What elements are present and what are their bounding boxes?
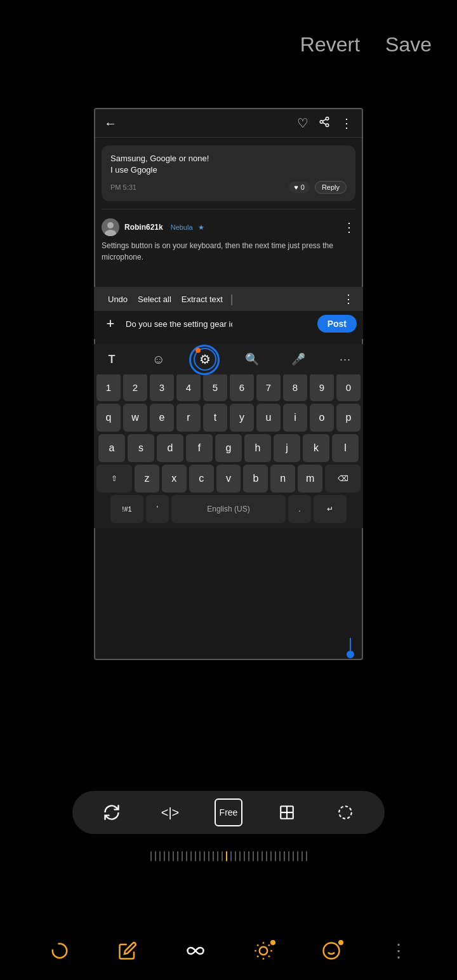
timeline-tick (275, 851, 276, 861)
key-c[interactable]: c (189, 465, 214, 493)
keyboard-more-button[interactable]: ··· (334, 348, 357, 371)
key-v[interactable]: v (216, 465, 241, 493)
timeline-tick (168, 851, 169, 861)
key-q[interactable]: q (96, 404, 121, 432)
app-header: ← ♡ ⋮ (95, 109, 362, 138)
undo-button[interactable]: Undo (103, 293, 133, 305)
key-7[interactable]: 7 (256, 373, 281, 401)
key-p[interactable]: p (336, 404, 361, 432)
keyboard-search-button[interactable]: 🔍 (241, 348, 263, 371)
smiley-nav-button[interactable] (322, 941, 341, 960)
key-b[interactable]: b (243, 465, 268, 493)
key-o[interactable]: o (310, 404, 334, 432)
timeline-tick (244, 851, 245, 861)
key-r[interactable]: r (176, 404, 201, 432)
key-w[interactable]: w (123, 404, 147, 432)
post-button[interactable]: Post (317, 315, 357, 333)
key-g[interactable]: g (215, 434, 242, 462)
revert-button[interactable]: Revert (300, 33, 360, 56)
key-j[interactable]: j (274, 434, 300, 462)
enter-key[interactable]: ↵ (314, 495, 347, 523)
infinity-nav-button[interactable] (186, 941, 205, 960)
split-button[interactable]: <|> (156, 798, 184, 826)
cursor-drop-indicator (347, 638, 354, 658)
key-5[interactable]: 5 (203, 373, 227, 401)
message-text: Samsung, Google or none! I use Ggogle (110, 153, 347, 176)
format-text-button[interactable]: T (100, 348, 123, 371)
timeline-tick (204, 851, 205, 861)
key-e[interactable]: e (150, 404, 174, 432)
keyboard-toolbar: T ☺ ⚙ 🔍 🎤 ··· (94, 344, 363, 374)
emoji-button[interactable]: ☺ (147, 348, 170, 371)
timeline-tick (182, 851, 183, 861)
key-1[interactable]: 1 (96, 373, 121, 401)
key-y[interactable]: y (230, 404, 254, 432)
like-button[interactable]: ♥ 0 (289, 182, 310, 193)
svg-point-2 (326, 124, 329, 127)
key-d[interactable]: d (157, 434, 183, 462)
share-button[interactable] (319, 116, 330, 131)
edit-nav-button[interactable] (118, 941, 137, 960)
free-button[interactable]: Free (215, 798, 242, 826)
select-all-button[interactable]: Select all (133, 293, 176, 305)
key-s[interactable]: s (128, 434, 154, 462)
toolbar-more-button[interactable]: ⋮ (343, 292, 354, 306)
backspace-key[interactable]: ⌫ (325, 465, 361, 493)
timeline-scrubber[interactable]: // Generate ticks const tl = document.qu… (0, 847, 457, 866)
brightness-notification-dot (270, 940, 275, 945)
more-nav-button[interactable]: ⋮ (390, 940, 407, 961)
key-6[interactable]: 6 (230, 373, 254, 401)
apostrophe-key[interactable]: ' (146, 495, 169, 523)
gear-notification-dot (195, 348, 201, 353)
back-button[interactable]: ← (104, 116, 117, 131)
key-m[interactable]: m (298, 465, 322, 493)
key-f[interactable]: f (186, 434, 213, 462)
timeline-tick (306, 851, 307, 861)
fit-button[interactable] (273, 798, 301, 826)
rotate-button[interactable] (98, 798, 126, 826)
key-4[interactable]: 4 (176, 373, 201, 401)
key-u[interactable]: u (256, 404, 281, 432)
free-label: Free (220, 807, 238, 818)
key-t[interactable]: t (203, 404, 227, 432)
key-x[interactable]: x (162, 465, 187, 493)
timeline-tick (213, 851, 214, 861)
key-8[interactable]: 8 (283, 373, 307, 401)
key-h[interactable]: h (244, 434, 271, 462)
microphone-button[interactable]: 🎤 (287, 348, 310, 371)
brightness-nav-button[interactable] (254, 941, 273, 960)
key-l[interactable]: l (332, 434, 359, 462)
key-a[interactable]: a (98, 434, 125, 462)
timeline-tick (155, 851, 156, 861)
symbols-key[interactable]: !#1 (110, 495, 143, 523)
timeline-tick (248, 851, 249, 861)
save-button[interactable]: Save (385, 33, 432, 56)
timeline-tick (177, 851, 178, 861)
select-button[interactable] (331, 798, 359, 826)
key-i[interactable]: i (283, 404, 307, 432)
cursor-line (350, 638, 351, 651)
key-3[interactable]: 3 (150, 373, 174, 401)
like-header-button[interactable]: ♡ (297, 116, 308, 131)
svg-point-6 (107, 222, 114, 228)
shift-key[interactable]: ⇧ (96, 465, 132, 493)
cursor-ball (347, 651, 354, 658)
spinner-nav-button[interactable] (50, 941, 69, 960)
comment-input[interactable] (126, 319, 232, 329)
key-k[interactable]: k (303, 434, 329, 462)
key-2[interactable]: 2 (123, 373, 147, 401)
reply-button[interactable]: Reply (315, 181, 347, 194)
more-header-button[interactable]: ⋮ (340, 116, 353, 131)
extract-text-button[interactable]: Extract text (176, 293, 228, 305)
space-key[interactable]: English (US) (171, 495, 286, 523)
key-9[interactable]: 9 (310, 373, 334, 401)
timeline-tick (297, 851, 298, 861)
key-0[interactable]: 0 (336, 373, 361, 401)
key-n[interactable]: n (270, 465, 295, 493)
svg-point-0 (326, 117, 329, 120)
comment-more-button[interactable]: ⋮ (343, 220, 355, 235)
input-add-button[interactable]: + (100, 314, 121, 334)
key-z[interactable]: z (135, 465, 159, 493)
period-key[interactable]: . (288, 495, 311, 523)
timeline-tick (208, 851, 209, 861)
